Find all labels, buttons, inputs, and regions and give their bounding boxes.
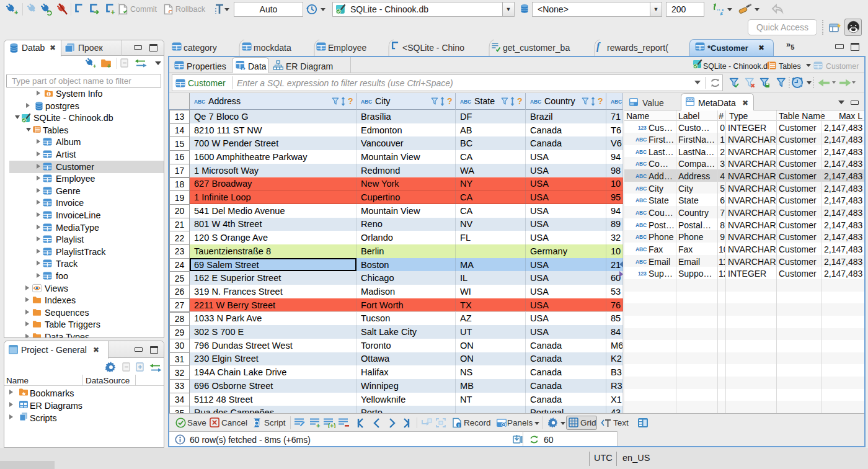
- svg-text:+: +: [111, 8, 115, 16]
- svg-text:+: +: [316, 422, 320, 428]
- svg-text:i: i: [458, 422, 459, 428]
- svg-text:i: i: [48, 92, 49, 96]
- svg-text:(+): (+): [328, 422, 335, 428]
- svg-text:+: +: [14, 9, 18, 16]
- svg-text:+: +: [107, 62, 111, 69]
- svg-text:+: +: [93, 63, 96, 69]
